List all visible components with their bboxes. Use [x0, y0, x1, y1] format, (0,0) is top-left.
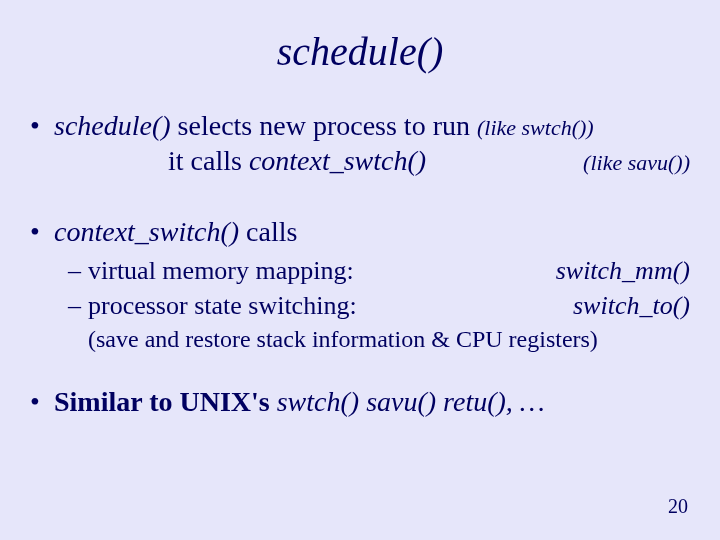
sub-2-right: switch_to() [565, 290, 690, 323]
b1-like-savu: (like savu()) [583, 150, 690, 175]
sub-1-left: virtual memory mapping: [88, 255, 548, 288]
sub-dash: – [68, 290, 88, 323]
b1-schedule: schedule() [54, 110, 171, 141]
bullet-dot: • [30, 384, 54, 419]
slide-title: schedule() [0, 28, 720, 75]
bullet-dot: • [30, 108, 54, 178]
bullet-1-line-2: it calls context_swtch() (like savu()) [168, 143, 690, 178]
page-number: 20 [668, 495, 688, 518]
bullet-3-text: Similar to UNIX's swtch() savu() retu(),… [54, 384, 690, 419]
sub-2-left: processor state switching: [88, 290, 565, 323]
bullet-2: • context_switch() calls [30, 214, 690, 249]
b2-context-switch: context_switch() [54, 216, 239, 247]
b3-funcs: swtch() savu() retu(), … [277, 386, 545, 417]
b1-like-swtch: (like swtch()) [477, 115, 594, 140]
b1-context-swtch: context_swtch() [249, 145, 426, 176]
sub-2: – processor state switching: switch_to() [68, 290, 690, 323]
bullet-1-text: schedule() selects new process to run (l… [54, 108, 690, 178]
sub-note: (save and restore stack information & CP… [88, 324, 690, 354]
bullet-2-text: context_switch() calls [54, 214, 690, 249]
bullet-dot: • [30, 214, 54, 249]
sub-1: – virtual memory mapping: switch_mm() [68, 255, 690, 288]
bullet-1: • schedule() selects new process to run … [30, 108, 690, 178]
b2-calls: calls [239, 216, 297, 247]
slide: schedule() • schedule() selects new proc… [0, 0, 720, 540]
b1-itcalls: it calls [168, 145, 249, 176]
b3-similar: Similar to UNIX's [54, 386, 277, 417]
bullet-1-line-1: schedule() selects new process to run (l… [54, 108, 690, 143]
slide-body: • schedule() selects new process to run … [30, 108, 690, 425]
sub-dash: – [68, 255, 88, 288]
b1-selects: selects new process to run [171, 110, 477, 141]
sub-1-right: switch_mm() [548, 255, 690, 288]
bullet-3: • Similar to UNIX's swtch() savu() retu(… [30, 384, 690, 419]
